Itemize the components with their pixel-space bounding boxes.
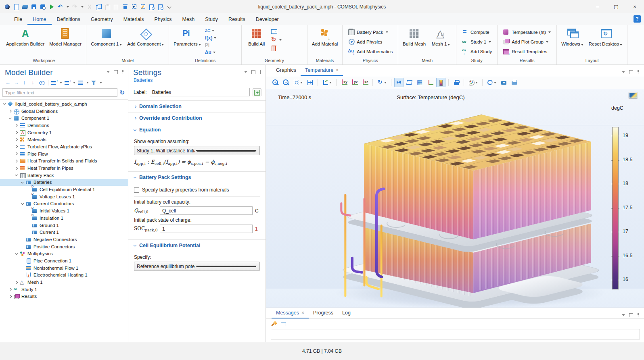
close-icon[interactable]: × xyxy=(336,67,339,73)
save-search-icon[interactable] xyxy=(40,4,46,10)
panel-menu-icon[interactable] xyxy=(244,70,248,74)
ribbon-button-build-mesh[interactable]: Build Mesh xyxy=(401,26,428,57)
equation-assumption-dropdown[interactable]: Study 1, Wall Distance Initialization xyxy=(134,146,260,155)
collapse-icon[interactable] xyxy=(15,252,17,255)
expand-icon[interactable] xyxy=(15,124,17,127)
chevron-down-icon[interactable] xyxy=(447,44,450,46)
zoom-out-button[interactable] xyxy=(281,78,291,87)
expand-icon[interactable] xyxy=(15,145,17,148)
expand-icon[interactable] xyxy=(8,288,11,291)
nav-back-icon[interactable] xyxy=(5,79,12,86)
copy-icon[interactable] xyxy=(95,4,102,10)
tab-log[interactable]: Log xyxy=(338,308,355,318)
paste-icon[interactable] xyxy=(104,4,111,10)
ribbon-button-parameters[interactable]: Parameters xyxy=(171,26,203,57)
tab-temperature[interactable]: Temperature× xyxy=(301,65,343,76)
chevron-down-icon[interactable] xyxy=(60,82,62,83)
cep-specify-dropdown[interactable]: Reference equilibrium potential and temp… xyxy=(134,262,260,271)
ribbon-small-pi[interactable]: Pi xyxy=(205,42,238,48)
menu-definitions[interactable]: Definitions xyxy=(52,13,86,25)
collapse-icon[interactable] xyxy=(21,181,23,183)
chevron-down-icon[interactable] xyxy=(212,30,214,31)
panel-pin-icon[interactable] xyxy=(258,70,262,74)
ribbon-small-import[interactable] xyxy=(271,28,304,35)
tree-item-insulation-1[interactable]: Insulation 1 xyxy=(0,214,128,222)
scene-light-button[interactable] xyxy=(394,78,404,87)
tab-progress[interactable]: Progress xyxy=(309,308,338,318)
axes-button[interactable] xyxy=(426,78,435,87)
chevron-down-icon[interactable] xyxy=(620,44,622,46)
save-icon[interactable] xyxy=(31,4,37,10)
soc-input[interactable] xyxy=(160,225,253,233)
chevron-down-icon[interactable] xyxy=(86,82,89,83)
lock-button[interactable] xyxy=(452,78,461,87)
find-icon[interactable] xyxy=(148,4,155,10)
expand-icon[interactable] xyxy=(15,160,17,162)
redo-icon[interactable] xyxy=(72,4,78,10)
panel-pin-icon[interactable] xyxy=(636,70,640,74)
collapse-icon[interactable] xyxy=(51,79,58,86)
run-icon[interactable] xyxy=(48,4,55,10)
ribbon-button-windows[interactable]: Windows xyxy=(559,26,586,57)
tree-item-global-definitions[interactable]: Global Definitions xyxy=(0,108,128,115)
help-button[interactable]: ? xyxy=(634,15,641,23)
move-up-icon[interactable] xyxy=(22,79,29,86)
refresh-icon[interactable]: ↻ xyxy=(119,89,125,96)
image-settings-button[interactable] xyxy=(467,78,479,87)
chevron-down-icon[interactable] xyxy=(489,41,491,43)
ribbon-button-study-1[interactable]: Study 1 xyxy=(460,37,493,46)
chevron-down-icon[interactable] xyxy=(279,39,282,41)
chevron-down-icon[interactable] xyxy=(329,82,332,83)
ribbon-small-virtual-ops[interactable] xyxy=(271,45,304,52)
close-icon[interactable]: × xyxy=(301,310,304,316)
tree-item-geometry-1[interactable]: Geometry 1 xyxy=(0,129,128,136)
menu-materials[interactable]: Materials xyxy=(118,13,149,25)
label-input[interactable] xyxy=(150,88,250,96)
menu-physics[interactable]: Physics xyxy=(149,13,177,25)
menu-results[interactable]: Results xyxy=(223,13,251,25)
specify-from-materials-checkbox[interactable] xyxy=(134,187,139,193)
ribbon-button-compute[interactable]: Compute xyxy=(460,28,493,36)
menu-home[interactable]: Home xyxy=(27,13,51,25)
chevron-down-icon[interactable] xyxy=(546,41,548,43)
open-file-icon[interactable] xyxy=(22,4,28,10)
chevron-down-icon[interactable] xyxy=(119,44,122,46)
chevron-down-icon[interactable] xyxy=(384,82,387,83)
tree-item-nonisothermal-flow-1[interactable]: Nonisothermal Flow 1 xyxy=(0,264,128,272)
chevron-down-icon[interactable] xyxy=(199,44,201,46)
panel-menu-icon[interactable] xyxy=(106,70,110,74)
tree-item-current-1[interactable]: Current 1 xyxy=(0,229,128,236)
environment-button[interactable] xyxy=(485,78,498,87)
ribbon-small-u[interactable]: Δu xyxy=(205,50,238,55)
menu-study[interactable]: Study xyxy=(200,13,223,25)
tree-item-voltage-losses-1[interactable]: Voltage Losses 1 xyxy=(0,193,128,200)
perspective-button[interactable] xyxy=(405,78,414,87)
tree-item-electrochemical-heating-1[interactable]: Electrochemical Heating 1 xyxy=(0,272,128,279)
view-xy-button[interactable] xyxy=(339,78,349,87)
chevron-down-icon[interactable] xyxy=(214,37,216,39)
section-override-contribution[interactable]: Override and Contribution xyxy=(128,112,266,124)
collapse-icon[interactable] xyxy=(8,117,11,119)
find-settings-icon[interactable] xyxy=(157,4,164,10)
ribbon-button-application-builder[interactable]: Application Builder xyxy=(4,26,46,57)
ribbon-button-add-physics[interactable]: Add Physics xyxy=(347,37,394,46)
capacity-input[interactable] xyxy=(160,206,253,215)
tree-item-multiphysics[interactable]: Multiphysics xyxy=(0,250,128,257)
ribbon-button-component-1[interactable]: Component 1 xyxy=(89,26,124,57)
go-to-view-button[interactable] xyxy=(321,78,333,87)
ribbon-button-add-mathematics[interactable]: Add Mathematics xyxy=(347,47,394,56)
panel-float-icon[interactable] xyxy=(251,70,255,74)
chevron-down-icon[interactable] xyxy=(81,6,84,8)
chevron-down-icon[interactable] xyxy=(73,82,75,83)
tree-item-ground-1[interactable]: Ground 1 xyxy=(0,222,128,229)
panel-float-icon[interactable] xyxy=(629,313,633,317)
ribbon-small-f-x[interactable]: f(x) xyxy=(205,35,238,41)
collapse-icon[interactable] xyxy=(21,202,23,205)
chevron-down-icon[interactable] xyxy=(581,44,583,46)
tree-item-batteries[interactable]: Batteries xyxy=(0,179,128,186)
rename-icon[interactable] xyxy=(253,88,261,96)
panel-pin-icon[interactable] xyxy=(121,70,125,74)
chevron-down-icon[interactable] xyxy=(386,31,388,33)
nav-forward-icon[interactable] xyxy=(13,79,20,86)
menu-mesh[interactable]: Mesh xyxy=(177,13,200,25)
